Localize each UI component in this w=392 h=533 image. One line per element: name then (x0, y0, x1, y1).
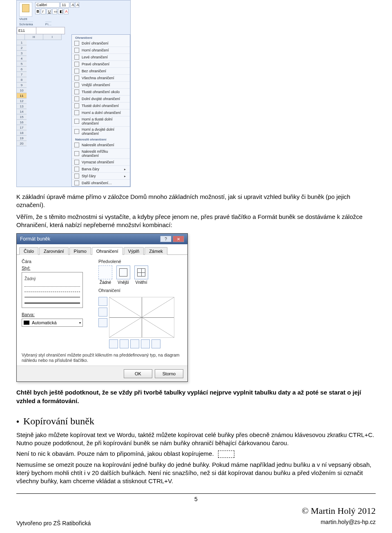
bold-btn[interactable]: B (35, 9, 40, 14)
row-header[interactable]: 10 (17, 88, 27, 93)
borders-split-btn[interactable]: ▭ (52, 9, 57, 14)
border-menu-item[interactable]: Další ohraničení… (72, 179, 130, 186)
border-icon (74, 83, 79, 87)
shrink-font-btn[interactable]: A (75, 2, 79, 8)
excel-border-menu-screenshot: Calibri 11 A A B I U ▭ ◧ A Vložit Schrán… (16, 0, 131, 187)
preset-inside-btn[interactable] (134, 265, 148, 279)
row-header[interactable]: 1 (17, 40, 27, 45)
border-menu-item[interactable]: Horní a dvojité dolní ohraničení (72, 126, 130, 136)
col-I[interactable]: I (43, 34, 62, 40)
row-header[interactable]: 11 (17, 93, 27, 98)
edge-diag2-btn[interactable] (151, 339, 160, 348)
row-header[interactable]: 6 (17, 67, 27, 72)
border-icon (74, 41, 79, 46)
preset-none-btn[interactable] (98, 265, 112, 279)
border-menu-item[interactable]: Barva čáry▸ (72, 165, 130, 172)
grow-font-btn[interactable]: A (70, 2, 74, 8)
border-preview[interactable] (109, 297, 174, 338)
preset-outline-label: Vnější (118, 280, 129, 285)
edge-top-btn[interactable] (98, 297, 107, 306)
row-header[interactable]: 8 (17, 77, 27, 83)
edge-right-btn[interactable] (141, 339, 150, 348)
border-menu-item[interactable]: Vnější ohraničení (72, 81, 130, 88)
row-header[interactable]: 7 (17, 72, 27, 77)
border-menu-item[interactable]: Tlusté ohraničení okolo (72, 88, 130, 95)
row-header[interactable]: 5 (17, 61, 27, 67)
dialog-tab[interactable]: Zarovnání (39, 247, 69, 255)
edge-mid-v-btn[interactable] (130, 339, 139, 348)
dialog-tab[interactable]: Ohraničení (92, 247, 123, 255)
border-icon (74, 174, 79, 178)
ok-button[interactable]: OK (124, 369, 152, 378)
row-header[interactable]: 17 (17, 125, 27, 130)
italic-btn[interactable]: I (41, 9, 46, 14)
border-icon (74, 119, 79, 124)
border-menu-label: Tlusté ohraničení okolo (82, 90, 120, 94)
page-number: 5 (16, 495, 376, 503)
preset-outline-btn[interactable] (116, 265, 130, 279)
border-menu-label: Horní ohraničení (82, 48, 109, 52)
border-menu-item[interactable]: Dolní dvojité ohraničení (72, 95, 130, 102)
border-menu-item[interactable]: Dolní ohraničení (72, 40, 130, 47)
border-menu-item[interactable]: Styl čáry▸ (72, 172, 130, 179)
border-menu-label: Dolní dvojité ohraničení (82, 97, 120, 101)
row-header[interactable]: 15 (17, 114, 27, 120)
edge-bottom-btn[interactable] (98, 318, 107, 327)
submenu-arrow-icon: ▸ (124, 174, 126, 178)
border-menu-item[interactable]: Všechna ohraničení (72, 74, 130, 81)
edge-mid-h-btn[interactable] (98, 308, 107, 317)
style-none[interactable]: Žádný (24, 277, 80, 281)
name-box[interactable]: E11 (17, 27, 36, 34)
font-size-combo[interactable]: 11 (60, 2, 69, 8)
border-menu-item[interactable]: Tlusté dolní ohraničení (72, 102, 130, 109)
underline-btn[interactable]: U (47, 9, 51, 14)
row-header[interactable]: 4 (17, 56, 27, 61)
format-cells-dialog: Formát buněk ? ✕ ČísloZarovnáníPísmoOhra… (16, 233, 188, 382)
edge-left-btn[interactable] (120, 339, 129, 348)
font-name-combo[interactable]: Calibri (35, 2, 60, 8)
color-swatch (24, 321, 29, 325)
cancel-button[interactable]: Storno (155, 369, 183, 378)
color-combo[interactable]: Automatická ▾ (22, 319, 83, 327)
border-menu-label: Horní a dvojité dolní ohraničení (82, 127, 126, 136)
help-button[interactable]: ? (160, 236, 172, 242)
row-header[interactable]: 12 (17, 98, 27, 104)
footer-author: © Martin Holý 2012 martin.holy@zs-hp.cz (302, 506, 376, 526)
row-header[interactable]: 16 (17, 120, 27, 125)
dialog-tab[interactable]: Výplň (124, 247, 144, 255)
border-menu-label: Další ohraničení… (82, 181, 112, 185)
edge-diag1-btn[interactable] (109, 339, 118, 348)
row-header[interactable]: 13 (17, 104, 27, 109)
border-menu-item[interactable]: Horní a dolní ohraničení (72, 109, 130, 116)
line-style-list[interactable]: Žádný (22, 272, 83, 308)
row-header[interactable]: 19 (17, 136, 27, 141)
select-all-corner[interactable] (17, 34, 25, 40)
row-header[interactable]: 18 (17, 130, 27, 136)
border-menu-label: Všechna ohraničení (82, 76, 114, 80)
col-H[interactable]: H (25, 34, 43, 40)
border-menu-item[interactable]: Nakreslit mřížku ohraničení (72, 148, 130, 158)
formula-bar[interactable] (36, 27, 65, 34)
border-menu-item[interactable]: Vymazat ohraničení (72, 158, 130, 165)
row-header[interactable]: 3 (17, 51, 27, 56)
row-header[interactable]: 9 (17, 83, 27, 88)
style-label: Styl: (22, 265, 91, 270)
font-color-btn[interactable]: A (64, 9, 69, 14)
color-value: Automatická (32, 320, 57, 325)
row-header[interactable]: 20 (17, 141, 27, 146)
row-header[interactable]: 14 (17, 109, 27, 114)
border-icon (74, 55, 79, 60)
border-menu-item[interactable]: Bez ohraničení (72, 67, 130, 74)
border-menu-item[interactable]: Pravé ohraničení (72, 60, 130, 67)
border-menu-item[interactable]: Horní ohraničení (72, 47, 130, 54)
fill-color-btn[interactable]: ◧ (58, 9, 63, 14)
row-header[interactable]: 2 (17, 45, 27, 51)
close-button[interactable]: ✕ (173, 236, 184, 242)
border-menu-item[interactable]: Horní a tlusté dolní ohraničení (72, 116, 130, 126)
dialog-tab[interactable]: Zámek (145, 247, 167, 255)
dialog-tab[interactable]: Číslo (19, 247, 38, 255)
border-menu-item[interactable]: Levé ohraničení (72, 54, 130, 60)
border-menu-item[interactable]: Nakreslit ohraničení (72, 142, 130, 148)
dialog-tab[interactable]: Písmo (69, 247, 91, 255)
paragraph-5: Není to nic k obavám. Pouze nám to připo… (16, 450, 376, 458)
